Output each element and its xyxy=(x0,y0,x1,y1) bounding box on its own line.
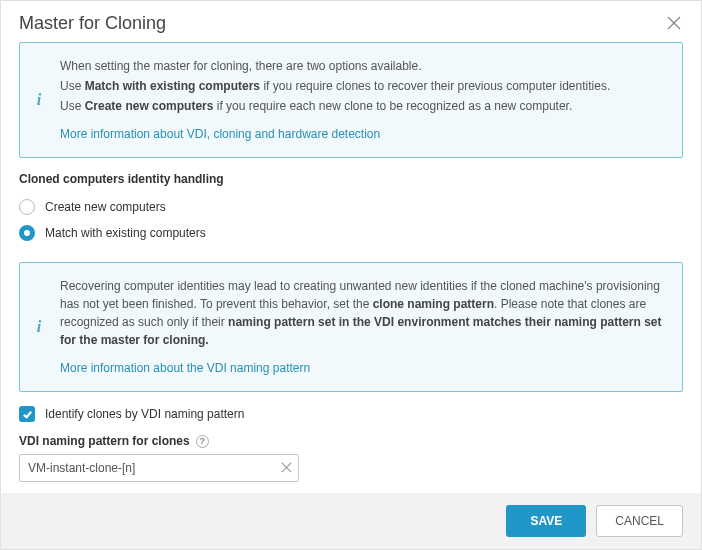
info-line: When setting the master for cloning, the… xyxy=(60,57,666,75)
checkbox-label: Identify clones by VDI naming pattern xyxy=(45,407,244,421)
checkbox-identify-clones[interactable]: Identify clones by VDI naming pattern xyxy=(19,406,683,422)
radio-label: Match with existing computers xyxy=(45,226,206,240)
identity-radio-group: Create new computers Match with existing… xyxy=(19,194,683,246)
info-link-naming-pattern[interactable]: More information about the VDI naming pa… xyxy=(60,359,310,377)
cancel-button[interactable]: CANCEL xyxy=(596,505,683,537)
pattern-field-label-row: VDI naming pattern for clones ? xyxy=(19,434,683,448)
dialog-title: Master for Cloning xyxy=(19,13,667,34)
help-icon[interactable]: ? xyxy=(196,435,209,448)
radio-icon xyxy=(19,199,35,215)
dialog-header: Master for Cloning xyxy=(1,1,701,42)
save-button[interactable]: SAVE xyxy=(506,505,586,537)
dialog-footer: SAVE CANCEL xyxy=(1,493,701,549)
info-box-options: i When setting the master for cloning, t… xyxy=(19,42,683,158)
pattern-input-wrap xyxy=(19,454,299,482)
info-icon: i xyxy=(32,57,46,143)
radio-create-new[interactable]: Create new computers xyxy=(19,194,683,220)
master-cloning-dialog: Master for Cloning i When setting the ma… xyxy=(0,0,702,550)
pattern-field-label: VDI naming pattern for clones xyxy=(19,434,190,448)
info-line: Use Match with existing computers if you… xyxy=(60,77,666,95)
identity-heading: Cloned computers identity handling xyxy=(19,172,683,186)
info-body: When setting the master for cloning, the… xyxy=(60,57,666,143)
info-line: Use Create new computers if you require … xyxy=(60,97,666,115)
info-body: Recovering computer identities may lead … xyxy=(60,277,666,377)
pattern-input[interactable] xyxy=(19,454,299,482)
info-line: Recovering computer identities may lead … xyxy=(60,277,666,349)
checkbox-icon xyxy=(19,406,35,422)
clear-input-icon[interactable] xyxy=(281,462,293,474)
close-icon[interactable] xyxy=(667,16,683,32)
radio-label: Create new computers xyxy=(45,200,166,214)
dialog-content: i When setting the master for cloning, t… xyxy=(1,42,701,493)
radio-match-existing[interactable]: Match with existing computers xyxy=(19,220,683,246)
radio-icon xyxy=(19,225,35,241)
info-box-naming: i Recovering computer identities may lea… xyxy=(19,262,683,392)
info-link-vdi-detection[interactable]: More information about VDI, cloning and … xyxy=(60,125,380,143)
info-icon: i xyxy=(32,277,46,377)
